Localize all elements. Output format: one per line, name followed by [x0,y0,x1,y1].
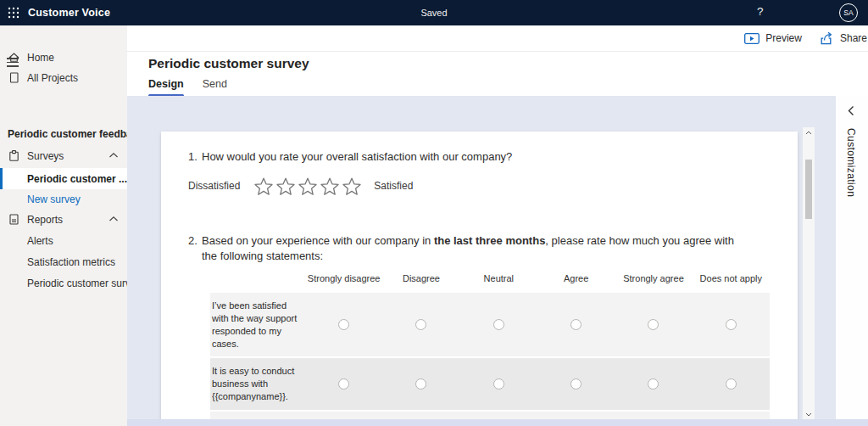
share-icon [819,31,834,45]
chevron-up-icon[interactable] [108,152,119,159]
sidebar-item-home[interactable]: Home [0,48,127,68]
question-text: Based on your experience with our compan… [202,233,736,263]
save-status: Saved [0,8,868,18]
radio-option[interactable] [648,319,659,330]
preview-label: Preview [765,32,802,44]
radio-option[interactable] [415,319,426,330]
likert-row: I’ve been satisfied with the way support… [210,293,770,356]
question-number: 1. [188,150,198,163]
canvas-scrollbar[interactable] [803,127,815,419]
sidebar-item-reports[interactable]: Reports [0,210,127,230]
question-bold-text: the last three months [434,234,545,247]
radio-option[interactable] [726,378,737,390]
sidebar-item-label: Periodic customer ... [27,173,127,185]
share-label: Share [840,32,867,44]
rating-control: Dissatisfied Satisfied [188,172,413,199]
likert-table: Strongly disagree Disagree Neutral Agree… [210,273,770,419]
chevron-up-icon[interactable] [108,216,119,222]
star-rating [253,177,362,196]
preview-button[interactable]: Preview [744,32,802,44]
chevron-left-icon[interactable] [847,105,855,116]
radio-option[interactable] [648,378,659,390]
statement-text: I have all the resources and information… [210,412,305,419]
radio-option[interactable] [338,319,349,330]
radio-option[interactable] [493,319,504,330]
sidebar-item-new-survey[interactable]: New survey [0,189,127,210]
avatar[interactable]: SA [839,3,858,22]
scrollbar-thumb[interactable] [805,160,812,219]
sidebar-item-label: All Projects [27,72,78,84]
question-text: How would you rate your overall satisfac… [202,150,512,163]
tab-send[interactable]: Send [203,78,227,97]
bottom-scroll-track [127,419,868,426]
surveys-icon [8,149,20,162]
tab-bar: Design Send [148,78,227,97]
sidebar-item-label: Satisfaction metrics [27,256,115,268]
survey-canvas: 1. How would you rate your overall satis… [127,96,835,419]
likert-row: It is easy to conduct business with {{co… [210,358,770,410]
likert-header-row: Strongly disagree Disagree Neutral Agree… [210,273,770,290]
sidebar-item-all-projects[interactable]: All Projects [0,68,127,88]
column-header: Disagree [382,273,459,290]
radio-option[interactable] [570,378,581,390]
rating-left-label: Dissatisfied [188,180,240,192]
statement-text: I’ve been satisfied with the way support… [210,293,305,356]
column-header: Strongly disagree [305,273,382,290]
page-title: Periodic customer survey [148,56,309,71]
statement-text: It is easy to conduct business with {{co… [210,358,305,410]
home-icon [8,51,20,64]
sidebar-item-periodic-customer-survey-report[interactable]: Periodic customer survey [0,273,127,294]
column-header: Neutral [460,273,537,290]
star-icon[interactable] [342,177,362,196]
sidebar-item-label: Reports [27,214,63,226]
star-icon[interactable] [275,177,296,196]
radio-option[interactable] [415,378,426,390]
sidebar-item-label: Home [27,52,54,64]
sidebar-item-label: Alerts [27,235,53,247]
question-2[interactable]: 2. Based on your experience with our com… [188,233,739,263]
radio-option[interactable] [338,378,349,390]
sidebar-item-surveys[interactable]: Surveys [0,146,127,166]
help-icon[interactable]: ? [757,5,764,18]
column-header: Does not apply [693,273,770,290]
share-button[interactable]: Share [819,31,867,45]
customization-panel-title: Customization [845,128,857,197]
tab-design[interactable]: Design [148,78,184,97]
likert-row: I have all the resources and information… [210,412,770,419]
sidebar-item-alerts[interactable]: Alerts [0,231,127,251]
app-window: Customer Voice Saved ? SA Home All Proje… [0,0,868,426]
question-1[interactable]: 1. How would you rate your overall satis… [188,150,512,163]
survey-page-card[interactable]: 1. How would you rate your overall satis… [161,132,798,419]
column-header: Strongly agree [615,273,692,290]
top-bar: Customer Voice Saved ? SA [0,0,868,25]
radio-option[interactable] [570,319,581,330]
scroll-up-icon[interactable] [803,127,815,137]
scroll-down-icon[interactable] [803,409,815,419]
projects-icon [8,71,20,84]
star-icon[interactable] [320,177,340,196]
rating-right-label: Satisfied [374,180,413,192]
sidebar: Home All Projects Periodic customer feed… [0,25,127,426]
question-number: 2. [188,233,198,263]
sidebar-item-periodic-customer-survey[interactable]: Periodic customer ... [0,168,127,189]
sidebar-item-label: New survey [27,193,81,205]
sidebar-item-label: Surveys [27,150,64,162]
reports-icon [8,213,20,226]
radio-option[interactable] [726,319,737,330]
sidebar-item-satisfaction-metrics[interactable]: Satisfaction metrics [0,252,127,272]
sidebar-item-label: Periodic customer survey [27,277,142,289]
command-bar: Preview Share [127,25,868,52]
star-icon[interactable] [253,177,274,196]
project-section-title: Periodic customer feedback [8,128,143,140]
customization-panel[interactable]: Customization [835,96,868,419]
column-header: Agree [537,273,615,290]
radio-option[interactable] [493,378,504,390]
star-icon[interactable] [298,177,318,196]
preview-icon [744,33,760,44]
